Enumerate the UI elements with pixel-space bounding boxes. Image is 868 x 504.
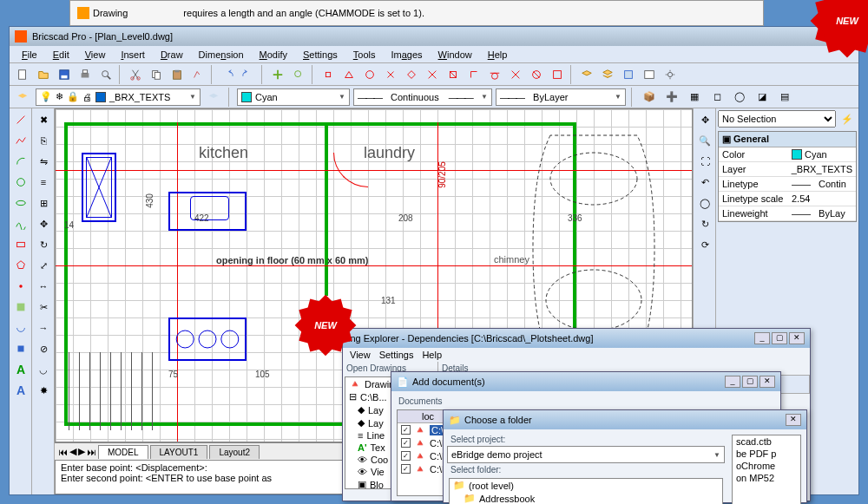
adddoc-title[interactable]: 📄Add document(s) _▢✕ xyxy=(391,372,780,391)
layer-button[interactable] xyxy=(577,65,596,84)
tab-nav-last[interactable]: ⏭ xyxy=(87,447,96,457)
regen-button[interactable]: ↻ xyxy=(695,214,714,233)
prop-lweight[interactable]: Lineweight—— ByLay xyxy=(719,206,856,221)
menu-view[interactable]: View xyxy=(78,48,113,62)
hatch-button[interactable]: ▦ xyxy=(685,88,704,107)
paste-button[interactable] xyxy=(168,65,187,84)
menu-help[interactable]: Help xyxy=(481,48,515,62)
choose-folder-dialog[interactable]: 📁Choose a folder ✕ Select project: eBrid… xyxy=(443,409,807,503)
orbit-button[interactable]: ◯ xyxy=(695,193,714,213)
close-button[interactable]: ✕ xyxy=(789,332,805,344)
layer-props-button[interactable] xyxy=(13,88,32,107)
region-button[interactable]: ◻ xyxy=(707,88,727,107)
menu-settings[interactable]: Settings xyxy=(296,48,345,62)
menu-dimension[interactable]: Dimension xyxy=(192,48,251,62)
rotate-button[interactable]: ↻ xyxy=(34,235,53,254)
pan2-button[interactable]: ✥ xyxy=(695,110,714,129)
arc-button[interactable] xyxy=(11,152,30,171)
prop-linetype[interactable]: Linetype—— Contin xyxy=(719,177,856,192)
tab-nav-first[interactable]: ⏮ xyxy=(58,447,68,457)
polygon-button[interactable] xyxy=(11,256,30,275)
hatch2-button[interactable] xyxy=(11,298,30,317)
prop-ltscale[interactable]: Linetype scale2.54 xyxy=(719,192,856,206)
tab-model[interactable]: MODEL xyxy=(98,445,148,459)
xref-button[interactable] xyxy=(619,65,638,84)
trim-button[interactable]: ✂ xyxy=(34,298,53,317)
offset-button[interactable]: ≡ xyxy=(34,173,53,192)
exp-menu-settings[interactable]: Settings xyxy=(379,350,414,360)
exp-menu-view[interactable]: View xyxy=(350,350,371,360)
copy2-button[interactable]: ⎘ xyxy=(34,131,53,150)
menu-window[interactable]: Window xyxy=(431,48,479,62)
min-button[interactable]: _ xyxy=(725,376,740,388)
explorer-button[interactable] xyxy=(640,65,659,84)
pan-button[interactable] xyxy=(268,65,287,84)
file-item[interactable]: be PDF p xyxy=(733,448,800,460)
snap-end-button[interactable] xyxy=(319,65,338,84)
move-button[interactable]: ✥ xyxy=(34,214,53,233)
linetype-combo[interactable]: ——— Continuous ——— ▼ xyxy=(353,88,492,106)
block-button[interactable]: 📦 xyxy=(640,88,659,107)
snap-quad-button[interactable] xyxy=(402,65,421,84)
zoomext-button[interactable]: ⛶ xyxy=(695,152,714,171)
snap-tan-button[interactable] xyxy=(485,65,504,84)
filter-button[interactable]: ⚡ xyxy=(838,109,857,128)
close-button[interactable]: ✕ xyxy=(760,376,775,388)
snap-near-button[interactable] xyxy=(506,65,525,84)
settings-button[interactable] xyxy=(661,65,680,84)
redo-button[interactable] xyxy=(239,65,258,84)
menu-draw[interactable]: Draw xyxy=(154,48,190,62)
text-button[interactable]: A xyxy=(11,360,30,379)
selection-combo[interactable]: No Selection xyxy=(718,110,836,128)
explode-button[interactable]: ✸ xyxy=(34,381,53,400)
tab-layout2[interactable]: Layout2 xyxy=(209,445,260,459)
menu-file[interactable]: File xyxy=(15,48,44,62)
color-combo[interactable]: Cyan ▼ xyxy=(237,88,350,106)
boundary2-button[interactable] xyxy=(11,318,30,337)
tab-layout1[interactable]: LAYOUT1 xyxy=(150,445,208,459)
file-item[interactable]: on MP52 xyxy=(733,472,800,484)
boundary-button[interactable]: ◯ xyxy=(730,88,749,107)
mtext-button[interactable]: A xyxy=(11,381,30,400)
zoomwin-button[interactable]: 🔍 xyxy=(695,131,714,150)
layer-iso-button[interactable] xyxy=(204,88,223,107)
menu-tools[interactable]: Tools xyxy=(346,48,383,62)
ellipse-button[interactable] xyxy=(11,193,30,213)
spline-button[interactable] xyxy=(11,214,30,233)
break-button[interactable]: ⊘ xyxy=(34,339,53,358)
menu-modify[interactable]: Modify xyxy=(253,48,294,62)
prop-color[interactable]: ColorCyan xyxy=(719,147,856,162)
max-button[interactable]: ▢ xyxy=(742,376,758,388)
tab-nav-next[interactable]: ▶ xyxy=(78,446,85,457)
close-button[interactable]: ✕ xyxy=(786,414,801,426)
zoomprev-button[interactable]: ↶ xyxy=(695,173,714,192)
save-button[interactable] xyxy=(55,65,74,84)
line-button[interactable] xyxy=(11,110,30,129)
menu-edit[interactable]: Edit xyxy=(46,48,76,62)
prop-layer[interactable]: Layer_BRX_TEXTS xyxy=(719,162,856,177)
new-button[interactable] xyxy=(13,65,32,84)
min-button[interactable]: _ xyxy=(754,332,770,344)
titlebar[interactable]: Bricscad Pro - [Plan_Level0.dwg] xyxy=(10,27,858,46)
tab-nav-prev[interactable]: ◀ xyxy=(69,446,76,457)
lineweight-combo[interactable]: ——— ByLayer ▼ xyxy=(496,88,626,106)
table-button[interactable]: ▤ xyxy=(775,88,794,107)
snap-perp-button[interactable] xyxy=(464,65,483,84)
preview-button[interactable] xyxy=(96,65,115,84)
point-button[interactable] xyxy=(11,277,30,296)
region2-button[interactable] xyxy=(11,339,30,358)
match-button[interactable] xyxy=(188,65,207,84)
erase-button[interactable]: ✖ xyxy=(34,110,53,129)
folder-item[interactable]: 📁 Addressbook xyxy=(450,492,722,504)
extend-button[interactable]: → xyxy=(34,318,53,337)
project-combo[interactable]: eBridge demo project▼ xyxy=(447,446,725,463)
copy-button[interactable] xyxy=(147,65,166,84)
pline-button[interactable] xyxy=(11,131,30,150)
snap-ins-button[interactable] xyxy=(444,65,463,84)
choose-title[interactable]: 📁Choose a folder ✕ xyxy=(444,410,806,429)
max-button[interactable]: ▢ xyxy=(772,332,787,344)
group-general[interactable]: ▣ General xyxy=(719,132,856,147)
snap-none-button[interactable] xyxy=(527,65,546,84)
circle-button[interactable] xyxy=(11,173,30,192)
zoom-button[interactable] xyxy=(289,65,308,84)
